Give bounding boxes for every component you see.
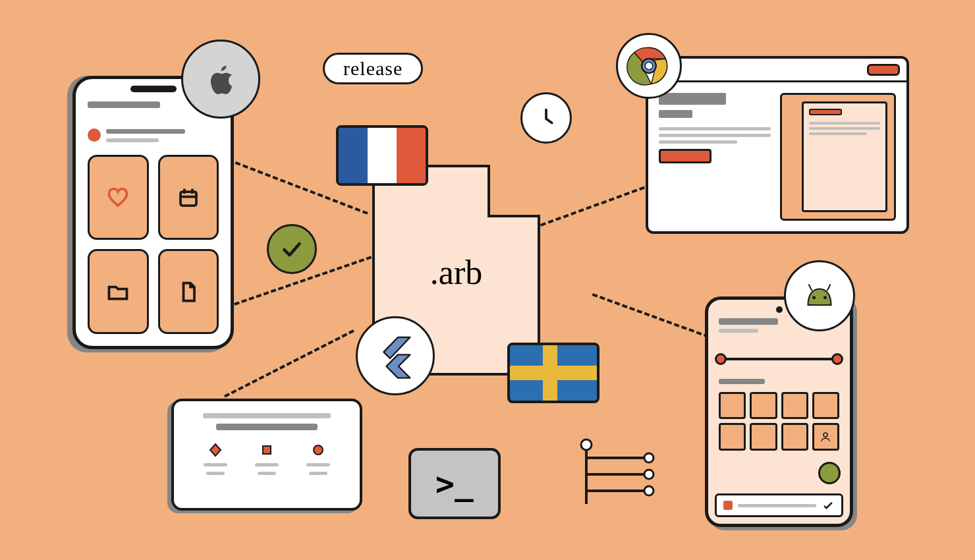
notch xyxy=(130,86,177,92)
chrome-icon xyxy=(616,33,682,99)
text-placeholder xyxy=(659,110,692,118)
flutter-icon xyxy=(356,316,435,395)
svg-rect-9 xyxy=(263,446,271,454)
svg-point-4 xyxy=(823,433,827,437)
branches-icon xyxy=(573,432,659,517)
web-browser xyxy=(646,56,909,234)
tile xyxy=(781,392,808,419)
cta-button xyxy=(659,149,711,163)
connector-line xyxy=(224,329,354,397)
text-placeholder xyxy=(738,504,816,507)
circle-icon xyxy=(310,442,326,458)
text-placeholder xyxy=(659,93,726,105)
features-card xyxy=(171,399,362,511)
android-icon xyxy=(784,260,855,331)
tile xyxy=(719,423,746,450)
text-placeholder xyxy=(659,134,771,137)
card-file xyxy=(158,249,219,334)
sweden-flag-icon xyxy=(507,343,599,403)
check-icon xyxy=(267,224,317,274)
folder-icon xyxy=(106,280,130,304)
svg-point-12 xyxy=(644,453,654,462)
preview-panel xyxy=(780,93,896,221)
tile xyxy=(750,392,777,419)
release-label: release xyxy=(343,57,403,79)
clock-icon xyxy=(520,92,572,144)
feature-item xyxy=(204,442,227,475)
android-device xyxy=(705,296,853,527)
svg-point-3 xyxy=(645,62,653,70)
diamond-icon xyxy=(208,442,223,458)
file-icon xyxy=(177,280,200,304)
terminal-icon: >_ xyxy=(408,448,501,519)
square-icon xyxy=(259,442,275,458)
camera-dot xyxy=(776,306,783,313)
person-icon xyxy=(820,431,831,443)
tile xyxy=(781,423,808,450)
progress-bar xyxy=(719,358,839,360)
card-heart xyxy=(88,155,149,240)
svg-point-8 xyxy=(823,296,827,299)
release-badge: release xyxy=(323,53,423,84)
svg-line-5 xyxy=(809,285,812,290)
svg-point-10 xyxy=(314,445,323,455)
check-icon xyxy=(822,499,835,512)
card-folder xyxy=(88,249,149,334)
text-placeholder xyxy=(719,329,758,333)
title-placeholder xyxy=(719,318,778,325)
accent-dot xyxy=(723,501,733,510)
svg-point-13 xyxy=(644,470,654,479)
text-placeholder xyxy=(106,129,185,134)
avatar xyxy=(88,128,101,142)
svg-rect-0 xyxy=(181,192,196,206)
header-button xyxy=(867,64,900,76)
tile xyxy=(750,423,777,450)
bottom-bar xyxy=(715,493,843,517)
fab-button xyxy=(818,462,841,484)
svg-point-11 xyxy=(581,439,592,450)
svg-line-6 xyxy=(827,285,830,290)
text-placeholder xyxy=(203,413,331,418)
title-placeholder xyxy=(88,101,160,108)
text-placeholder xyxy=(216,424,318,430)
tile xyxy=(719,392,746,419)
connector-line xyxy=(540,183,653,226)
label-placeholder xyxy=(719,379,765,384)
tile xyxy=(812,423,839,450)
heart-icon xyxy=(106,186,130,210)
feature-item xyxy=(306,442,330,475)
svg-point-14 xyxy=(644,486,654,495)
text-placeholder xyxy=(659,127,771,130)
text-placeholder xyxy=(659,140,737,144)
terminal-prompt: >_ xyxy=(435,465,474,502)
connector-line xyxy=(592,293,717,341)
file-extension: .arb xyxy=(375,253,538,292)
france-flag-icon xyxy=(336,125,428,186)
text-placeholder xyxy=(106,138,159,142)
apple-icon xyxy=(181,40,260,119)
svg-point-7 xyxy=(812,296,816,299)
card-calendar xyxy=(158,155,219,240)
feature-item xyxy=(255,442,279,475)
calendar-icon xyxy=(177,186,200,210)
tile xyxy=(812,392,839,419)
